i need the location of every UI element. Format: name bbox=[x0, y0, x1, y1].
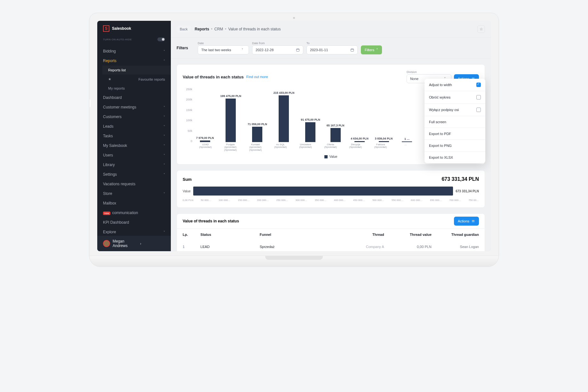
chevron-down-icon: ˅ bbox=[163, 230, 165, 234]
date-to-label: To bbox=[306, 42, 358, 45]
user-row[interactable]: Megan Andrews › bbox=[97, 236, 171, 251]
sidebar-item-customer-meetings[interactable]: Customer meetings˅ bbox=[97, 102, 171, 112]
x-label: Umówieni (Sprzedaż) bbox=[296, 143, 315, 152]
sum-title: Sum bbox=[183, 177, 192, 182]
bar: 65 167,3 PLN bbox=[327, 88, 345, 142]
filter-bar: Filters Date The last two weeks ˅ Date f… bbox=[171, 38, 491, 59]
chevron-down-icon: ˅ bbox=[163, 192, 165, 196]
topbar: Back Reports • CRM • Value of threads in… bbox=[171, 21, 491, 38]
table-actions-button[interactable]: Actions bbox=[454, 217, 479, 226]
x-label: Faktura (Sprzedaż) bbox=[371, 143, 390, 152]
table-row[interactable]: 1LEADSprzedażCompany A0,00 PLNSean Logan bbox=[177, 240, 485, 251]
sidebar-item-settings[interactable]: Settings˅ bbox=[97, 170, 171, 179]
main: Back Reports • CRM • Value of threads in… bbox=[171, 21, 491, 251]
sum-ticks: 0,00 PLN50 000…100 000…150 000…200 000…2… bbox=[183, 199, 479, 202]
date-label: Date bbox=[198, 42, 249, 45]
chart-title: Value of threads in each status bbox=[183, 75, 244, 79]
bar: 199 475,00 PLN bbox=[220, 88, 242, 142]
sidebar-item-kpi-dashboard[interactable]: KPI Dashboard bbox=[97, 218, 171, 227]
x-label: no SQL (Sprzedaż) bbox=[271, 143, 290, 152]
breadcrumb: Reports • CRM • Value of threads in each… bbox=[195, 27, 281, 31]
chevron-down-icon: ˅ bbox=[163, 163, 165, 167]
svg-rect-1 bbox=[351, 49, 354, 52]
bar: 71 059,00 PLN bbox=[248, 88, 267, 142]
sidebar-item-explore[interactable]: Explore˅ bbox=[97, 227, 171, 234]
find-out-more-link[interactable]: Find out more bbox=[246, 75, 268, 79]
x-label: Kontakt (sprzedaż) (Sprzedaż) bbox=[246, 143, 265, 152]
dd-item-export-to-xlsx[interactable]: Export to XLSX bbox=[425, 152, 485, 163]
calendar-icon bbox=[296, 48, 300, 52]
chevron-up-icon: ˄ bbox=[163, 59, 165, 63]
sidebar-item-communication[interactable]: newcommunication bbox=[97, 208, 171, 218]
checkbox-icon bbox=[476, 108, 481, 112]
sidebar-item-users[interactable]: Users˅ bbox=[97, 150, 171, 160]
chevron-down-icon: ˅ bbox=[163, 125, 165, 128]
sidebar-item-store[interactable]: Store˅ bbox=[97, 189, 171, 198]
table-head: Lp. Status Funnel Thread Thread value Th… bbox=[177, 228, 485, 240]
user-name: Megan Andrews bbox=[113, 239, 138, 248]
x-label: Oferta (Sprzedaż) bbox=[321, 143, 340, 152]
laptop-frame: S Salesbook TURN ON AUTO-HIDE Bidding˅Re… bbox=[89, 13, 499, 267]
svg-rect-0 bbox=[297, 49, 299, 52]
chevron-down-icon: ˅ bbox=[163, 115, 165, 119]
auto-hide-toggle[interactable] bbox=[157, 37, 165, 41]
division-label: Division bbox=[407, 70, 451, 74]
sum-card: Sum 673 331,34 PLN Value 673 331,34 PLN … bbox=[177, 170, 485, 208]
favorite-toggle[interactable]: ☆ bbox=[477, 25, 485, 33]
chevron-down-icon: ˅ bbox=[163, 173, 165, 176]
sidebar-item-dashboard[interactable]: Dashboard bbox=[97, 93, 171, 102]
nav: Bidding˅Reports˄Reports list★Favourite r… bbox=[97, 46, 171, 234]
actions-dropdown: Adjust to widthObróć wykresWyłącz podpis… bbox=[425, 79, 485, 163]
date-to-input[interactable]: 2023-01-11 bbox=[306, 45, 358, 54]
bar: 1 … bbox=[399, 88, 415, 142]
table-title: Value of threads in each status bbox=[177, 214, 245, 228]
dd-item-obr-wykres[interactable]: Obróć wykres bbox=[425, 91, 485, 104]
checkbox-icon bbox=[476, 95, 481, 100]
sidebar-item-tasks[interactable]: Tasks˅ bbox=[97, 131, 171, 141]
sidebar-item-mailbox[interactable]: Mailbox bbox=[97, 198, 171, 208]
sidebar-item-vacations-requests[interactable]: Vacations requests bbox=[97, 179, 171, 189]
sidebar-item-bidding[interactable]: Bidding˅ bbox=[97, 46, 171, 56]
crumb-crm[interactable]: CRM bbox=[214, 27, 223, 31]
dd-item-full-screen[interactable]: Full screen bbox=[425, 116, 485, 128]
sum-value: 673 331,34 PLN bbox=[441, 176, 479, 182]
sidebar-item-my-salesbook[interactable]: My Salesbook˅ bbox=[97, 141, 171, 150]
x-label: Decyzja (Sprzedaż) bbox=[346, 143, 365, 152]
chevron-down-icon: ˅ bbox=[163, 144, 165, 148]
chevron-down-icon: ˅ bbox=[242, 48, 245, 52]
bar: 3 839,04 PLN bbox=[375, 88, 393, 142]
sidebar: S Salesbook TURN ON AUTO-HIDE Bidding˅Re… bbox=[97, 21, 171, 251]
sidebar-sub-reports-list[interactable]: Reports list bbox=[102, 66, 171, 75]
date-from-input[interactable]: 2022-12-28 bbox=[252, 45, 303, 54]
filters-button[interactable]: Filters˄ bbox=[361, 45, 382, 54]
sidebar-sub-my-reports[interactable]: My reports bbox=[102, 84, 171, 93]
avatar bbox=[103, 240, 110, 247]
sidebar-sub-favourite-reports[interactable]: ★Favourite reports bbox=[102, 75, 171, 84]
menu-icon bbox=[471, 219, 475, 223]
sidebar-item-customers[interactable]: Customers˅ bbox=[97, 112, 171, 122]
sidebar-item-reports[interactable]: Reports˄ bbox=[97, 56, 171, 66]
back-button[interactable]: Back bbox=[177, 26, 191, 33]
bar: 215 433,00 PLN bbox=[274, 88, 295, 142]
bar: 7 979,00 PLN bbox=[196, 88, 214, 142]
chevron-up-icon: ˄ bbox=[376, 48, 378, 52]
date-select[interactable]: The last two weeks ˅ bbox=[198, 45, 249, 54]
chevron-down-icon: ˅ bbox=[163, 50, 165, 53]
date-from-label: Date from bbox=[252, 42, 303, 45]
brand-icon: S bbox=[103, 25, 109, 32]
sidebar-item-library[interactable]: Library˅ bbox=[97, 160, 171, 170]
chevron-down-icon: ˅ bbox=[163, 134, 165, 138]
bar: 91 475,00 PLN bbox=[301, 88, 320, 142]
sum-row-label: Value bbox=[183, 189, 191, 193]
crumb-reports[interactable]: Reports bbox=[195, 27, 209, 31]
sum-bar: Value 673 331,34 PLN bbox=[183, 187, 479, 196]
dd-item-export-to-png[interactable]: Export to PNG bbox=[425, 140, 485, 152]
chevron-right-icon: › bbox=[140, 242, 165, 245]
brand: S Salesbook bbox=[97, 21, 171, 35]
dd-item-adjust-to-width[interactable]: Adjust to width bbox=[425, 79, 485, 91]
sidebar-item-leads[interactable]: Leads˅ bbox=[97, 122, 171, 131]
dd-item-wy-cz-podpisy-osi[interactable]: Wyłącz podpisy osi bbox=[425, 104, 485, 116]
chevron-down-icon: ˅ bbox=[163, 154, 165, 157]
dd-item-export-to-pdf[interactable]: Export to PDF bbox=[425, 128, 485, 140]
x-label: Podjęte (sprzedaż) (Sprzedaż) bbox=[221, 143, 240, 152]
